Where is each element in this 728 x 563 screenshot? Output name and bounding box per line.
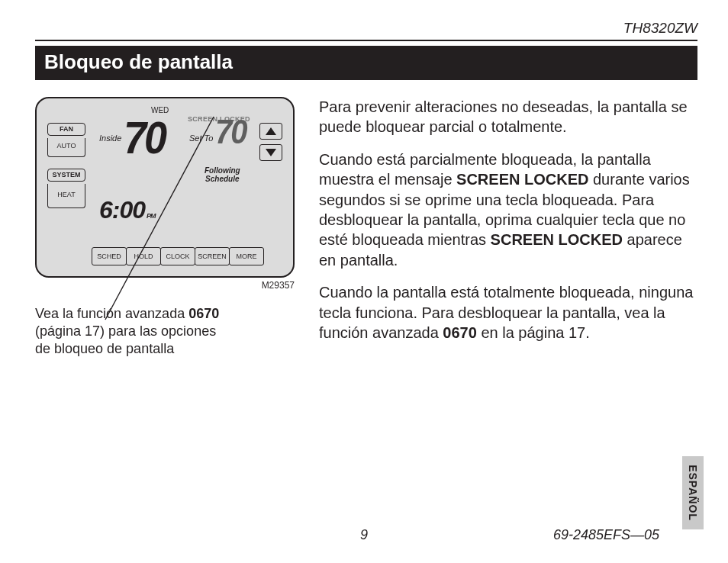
section-title: Bloqueo de pantalla <box>35 46 697 80</box>
p3c: en la página 17. <box>477 324 590 341</box>
header-rule <box>35 40 697 41</box>
inside-temp: 70 <box>124 111 165 163</box>
temp-up-button[interactable] <box>259 123 282 140</box>
language-tab: ESPAÑOL <box>682 456 704 529</box>
triangle-down-icon <box>266 149 276 156</box>
p2d: SCREEN LOCKED <box>491 231 623 248</box>
more-button[interactable]: MORE <box>229 247 264 265</box>
ampm: PM <box>147 212 156 220</box>
bottom-button-row: SCHED HOLD CLOCK SCREEN MORE <box>92 247 263 265</box>
sched-button[interactable]: SCHED <box>92 247 127 265</box>
language-label: ESPAÑOL <box>687 465 699 521</box>
thermostat-figure: FAN AUTO SYSTEM HEAT WED Inside 70 SCREE… <box>35 97 295 278</box>
p2b: SCREEN LOCKED <box>456 171 588 188</box>
paragraph-1: Para prevenir alteraciones no deseadas, … <box>319 97 697 137</box>
p3b: 0670 <box>443 324 477 341</box>
set-temp: 70 <box>215 114 246 152</box>
hold-button[interactable]: HOLD <box>126 247 161 265</box>
document-number: 69-2485EFS—05 <box>553 527 659 543</box>
fan-button[interactable]: FAN <box>47 123 85 136</box>
figure-caption: Vea la función avanzada 0670 (página 17)… <box>35 305 226 358</box>
paragraph-3: Cuando la pantalla está totalmente bloqu… <box>319 282 697 343</box>
model-number: TH8320ZW <box>35 20 697 37</box>
system-mode[interactable]: HEAT <box>47 184 85 208</box>
content-row: FAN AUTO SYSTEM HEAT WED Inside 70 SCREE… <box>35 97 697 358</box>
figure-code: M29357 <box>262 280 295 291</box>
following-line1: Following <box>205 166 240 175</box>
inside-label: Inside <box>99 134 121 143</box>
caption-post: (página 17) para las opciones de bloqueo… <box>35 323 216 356</box>
fan-mode[interactable]: AUTO <box>47 138 85 157</box>
following-line2: Schedule <box>205 175 239 183</box>
screen-button[interactable]: SCREEN <box>195 247 230 265</box>
thermostat-screen: FAN AUTO SYSTEM HEAT WED Inside 70 SCREE… <box>35 97 295 278</box>
clock-time: 6:00PM <box>99 196 156 224</box>
set-to-label: Set To <box>189 134 213 143</box>
time-value: 6:00 <box>99 196 145 224</box>
caption-code: 0670 <box>188 306 219 321</box>
triangle-up-icon <box>266 127 276 135</box>
caption-pre: Vea la función avanzada <box>35 306 188 321</box>
left-column: FAN AUTO SYSTEM HEAT WED Inside 70 SCREE… <box>35 97 295 358</box>
body-text: Para prevenir alteraciones no deseadas, … <box>319 97 697 358</box>
following-schedule: Following Schedule <box>205 167 240 183</box>
paragraph-2: Cuando está parcialmente bloqueada, la p… <box>319 150 697 270</box>
clock-button[interactable]: CLOCK <box>160 247 195 265</box>
temp-down-button[interactable] <box>259 144 282 161</box>
system-button[interactable]: SYSTEM <box>47 169 85 182</box>
